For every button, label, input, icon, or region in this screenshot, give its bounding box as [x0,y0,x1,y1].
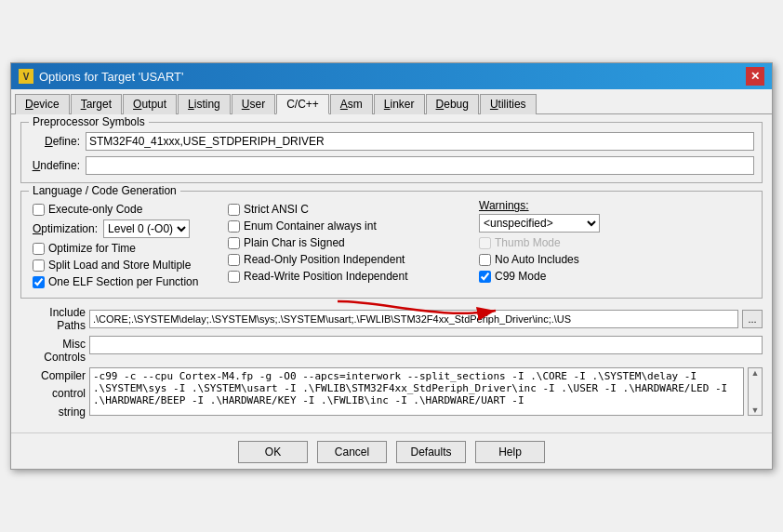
no-auto-includes-checkbox[interactable] [479,254,491,266]
lang-col3: Warnings: <unspecified> Thumb Mode No Au… [475,197,754,290]
lang-col2: Strict ANSI C Enum Container always int … [224,197,475,290]
c99-mode-checkbox[interactable] [479,271,491,283]
define-label: Define: [29,135,80,148]
tab-output[interactable]: Output [123,94,177,114]
strict-ansi-row: Strict ANSI C [228,203,471,216]
split-load-checkbox[interactable] [33,259,45,272]
strict-ansi-checkbox[interactable] [228,204,240,216]
c99-mode-label: C99 Mode [495,270,546,283]
tab-bar: Device Target Output Listing User C/C++ … [11,89,772,114]
tab-listing[interactable]: Listing [178,94,231,114]
one-elf-checkbox[interactable] [33,276,45,288]
strict-ansi-label: Strict ANSI C [244,203,309,216]
tab-target[interactable]: Target [71,94,122,114]
optimization-label: Optimization: [33,222,98,235]
defaults-button[interactable]: Defaults [396,441,466,463]
split-load-label: Split Load and Store Multiple [48,259,191,272]
dialog-title: Options for Target 'USART' [39,70,184,84]
read-only-pos-row: Read-Only Position Independent [228,253,471,266]
undefine-input[interactable] [86,156,754,175]
thumb-mode-label: Thumb Mode [495,236,561,249]
title-bar: V Options for Target 'USART' ✕ [11,63,772,89]
undefine-label: Undefine: [29,159,80,172]
no-auto-includes-row: No Auto Includes [479,253,750,266]
tab-linker[interactable]: Linker [374,94,425,114]
tab-utilities[interactable]: Utilities [480,94,537,114]
define-input[interactable] [86,132,754,151]
ok-button[interactable]: OK [238,441,308,463]
scrollbar[interactable]: ▲ ▼ [748,367,763,416]
split-load-row: Split Load and Store Multiple [33,259,220,272]
one-elf-row: One ELF Section per Function [33,275,220,288]
enum-container-label: Enum Container always int [244,219,377,233]
optimization-row: Optimization: Level 0 (-O0) [33,219,220,238]
include-paths-input[interactable] [89,310,738,328]
dialog-window: V Options for Target 'USART' ✕ Device Ta… [10,62,773,470]
tab-asm[interactable]: Asm [330,94,373,114]
include-paths-label: IncludePaths [20,306,86,332]
read-write-pos-row: Read-Write Position Independent [228,270,471,283]
execute-only-row: Execute-only Code [33,203,220,216]
tab-user[interactable]: User [232,94,275,114]
compiler-string-label: Compilercontrolstring [20,367,86,421]
define-row: Define: [29,132,754,151]
warnings-select[interactable]: <unspecified> [479,214,600,233]
execute-only-label: Execute-only Code [48,203,142,216]
enum-container-row: Enum Container always int [228,219,471,233]
one-elf-label: One ELF Section per Function [48,275,198,288]
read-only-pos-label: Read-Only Position Independent [244,253,405,266]
compiler-string-textarea[interactable]: -c99 -c --cpu Cortex-M4.fp -g -O0 --apcs… [89,367,744,416]
main-content: Preprocessor Symbols Define: Undefine: L… [11,114,772,429]
thumb-mode-checkbox[interactable] [479,237,491,249]
plain-char-checkbox[interactable] [228,237,240,249]
include-paths-browse-button[interactable]: ... [742,310,763,328]
app-icon: V [19,69,33,84]
misc-controls-input[interactable] [89,336,763,354]
language-group: Language / Code Generation Execute-only … [20,191,763,299]
thumb-mode-row: Thumb Mode [479,236,750,249]
preprocessor-group-label: Preprocessor Symbols [29,115,149,128]
optimize-time-label: Optimize for Time [48,242,136,255]
undefine-row: Undefine: [29,156,754,175]
tab-device[interactable]: Device [15,94,70,114]
optimize-time-row: Optimize for Time [33,242,220,255]
enum-container-checkbox[interactable] [228,220,240,233]
misc-controls-row: MiscControls [20,336,763,364]
optimize-time-checkbox[interactable] [33,243,45,255]
misc-controls-label: MiscControls [20,336,86,364]
warnings-title: Warnings: [479,199,750,212]
plain-char-label: Plain Char is Signed [244,236,345,249]
cancel-button[interactable]: Cancel [317,441,387,463]
language-group-label: Language / Code Generation [29,184,180,197]
tab-cpp[interactable]: C/C++ [276,94,329,114]
c99-mode-row: C99 Mode [479,270,750,283]
close-button[interactable]: ✕ [746,67,764,86]
title-bar-left: V Options for Target 'USART' [19,69,184,84]
plain-char-row: Plain Char is Signed [228,236,471,249]
no-auto-includes-label: No Auto Includes [495,253,579,266]
read-only-pos-checkbox[interactable] [228,254,240,266]
preprocessor-group: Preprocessor Symbols Define: Undefine: [20,122,763,183]
help-button[interactable]: Help [475,441,545,463]
include-paths-row: IncludePaths ... [20,306,763,332]
compiler-string-row: Compilercontrolstring -c99 -c --cpu Cort… [20,367,763,421]
lang-col1: Execute-only Code Optimization: Level 0 … [29,197,224,290]
read-write-pos-label: Read-Write Position Independent [244,270,408,283]
read-write-pos-checkbox[interactable] [228,271,240,283]
button-bar: OK Cancel Defaults Help [11,432,772,469]
optimization-select[interactable]: Level 0 (-O0) [103,219,190,238]
tab-debug[interactable]: Debug [426,94,479,114]
execute-only-checkbox[interactable] [33,204,45,216]
